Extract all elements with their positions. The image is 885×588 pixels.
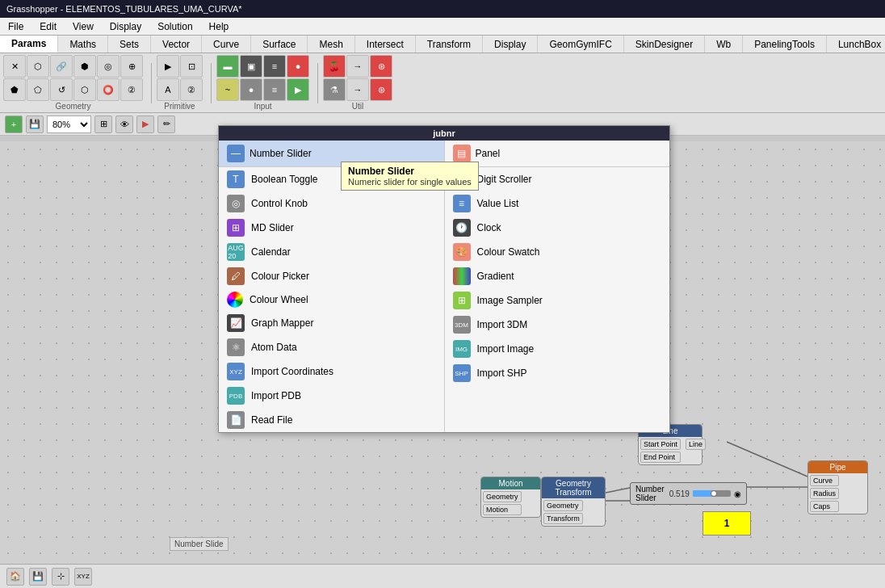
- toolbar-prim-2[interactable]: ⊡: [180, 55, 203, 78]
- port-end-point[interactable]: End Point: [640, 452, 681, 463]
- menu-edit[interactable]: Edit: [31, 19, 65, 34]
- btn-save[interactable]: 💾: [26, 116, 44, 133]
- toolbar-input-4[interactable]: ●: [287, 55, 309, 78]
- slider-track[interactable]: [693, 490, 731, 497]
- tab-intersect[interactable]: Intersect: [355, 36, 416, 52]
- dropdown-top-number-slider[interactable]: — Number Slider: [219, 141, 445, 166]
- toolbar-prim-3[interactable]: A: [157, 78, 179, 101]
- toolbar-util-2[interactable]: →: [346, 55, 369, 78]
- tab-curve[interactable]: Curve: [202, 36, 251, 52]
- btn-pencil[interactable]: ✏: [157, 116, 175, 133]
- toolbar-input-8[interactable]: ▶: [287, 78, 309, 101]
- btn-run[interactable]: ▶: [136, 116, 154, 133]
- yellow-value-node[interactable]: 1: [703, 511, 751, 536]
- dropdown-item-gradient[interactable]: Gradient: [445, 264, 670, 288]
- toolbar-prim-4[interactable]: ②: [180, 78, 203, 101]
- zoom-select[interactable]: 80% 50% 100% 150%: [47, 116, 91, 133]
- toolbar-input-6[interactable]: ●: [240, 78, 262, 101]
- tab-panelingtools[interactable]: PanelingTools: [743, 36, 827, 52]
- slider-dot[interactable]: [711, 490, 717, 497]
- toolbar-icon-9[interactable]: ↺: [50, 78, 73, 101]
- toolbar-util-1[interactable]: 🍒: [323, 55, 346, 78]
- menu-file[interactable]: File: [0, 19, 31, 34]
- toolbar-icon-7[interactable]: ⬟: [3, 78, 26, 101]
- toolbar-icon-11[interactable]: ⭕: [97, 78, 120, 101]
- toolbar-icon-3[interactable]: 🔗: [50, 55, 73, 78]
- btn-frame[interactable]: ⊞: [94, 116, 112, 133]
- dropdown-item-colour-wheel[interactable]: Colour Wheel: [219, 288, 444, 311]
- tab-surface[interactable]: Surface: [251, 36, 308, 52]
- port-geometry-in[interactable]: Geometry: [483, 491, 522, 502]
- toolbar-util-4[interactable]: ⚗: [323, 78, 346, 101]
- menu-view[interactable]: View: [65, 19, 102, 34]
- dropdown-item-import-coordinates[interactable]: XYZ Import Coordinates: [219, 359, 444, 384]
- dropdown-item-colour-picker[interactable]: 🖊 Colour Picker: [219, 264, 444, 288]
- dropdown-item-graph-mapper[interactable]: 📈 Graph Mapper: [219, 311, 444, 335]
- tab-maths[interactable]: Maths: [58, 36, 108, 52]
- port-start-point[interactable]: Start Point: [640, 439, 681, 450]
- btn-new[interactable]: +: [5, 116, 23, 133]
- port-transform-out[interactable]: Transform: [543, 513, 583, 524]
- pipe-node[interactable]: Pipe Curve Radius Caps: [807, 460, 868, 514]
- dropdown-item-digit-scroller[interactable]: 123 Digit Scroller: [445, 167, 670, 191]
- toolbar-input-5[interactable]: ~: [216, 78, 239, 101]
- tab-display[interactable]: Display: [483, 36, 538, 52]
- tab-lunchbox[interactable]: LunchBox: [827, 36, 885, 52]
- toolbar-util-6[interactable]: ⊛: [370, 78, 392, 101]
- menu-solution[interactable]: Solution: [149, 19, 200, 34]
- dropdown-item-import-image[interactable]: IMG Import Image: [445, 337, 670, 361]
- dropdown-item-import-pdb[interactable]: PDB Import PDB: [219, 384, 444, 408]
- status-home[interactable]: 🏠: [6, 568, 24, 586]
- dropdown-item-clock[interactable]: 🕐 Clock: [445, 216, 670, 240]
- toolbar-icon-2[interactable]: ⬡: [27, 55, 49, 78]
- tab-geomgymifc[interactable]: GeomGymIFC: [538, 36, 623, 52]
- port-line-out[interactable]: Line: [686, 439, 706, 450]
- tab-params[interactable]: Params: [0, 36, 58, 52]
- geometry-transform-node[interactable]: Geometry Transform Geometry Transform: [541, 477, 606, 527]
- toolbar-util-5[interactable]: →: [346, 78, 369, 101]
- menu-display[interactable]: Display: [102, 19, 149, 34]
- toolbar-input-3[interactable]: ≡: [263, 55, 286, 78]
- tab-wb[interactable]: Wb: [705, 36, 743, 52]
- tab-mesh[interactable]: Mesh: [308, 36, 354, 52]
- toolbar-util-3[interactable]: ⊛: [370, 55, 392, 78]
- dropdown-item-colour-swatch[interactable]: 🎨 Colour Swatch: [445, 240, 670, 264]
- dropdown-item-value-list[interactable]: ≡ Value List: [445, 191, 670, 216]
- dropdown-item-md-slider[interactable]: ⊞ MD Slider: [219, 216, 444, 240]
- tab-transform[interactable]: Transform: [416, 36, 483, 52]
- toolbar-icon-6[interactable]: ⊕: [120, 55, 143, 78]
- dropdown-item-image-sampler[interactable]: ⊞ Image Sampler: [445, 288, 670, 313]
- toolbar-icon-5[interactable]: ◎: [97, 55, 120, 78]
- toolbar-input-7[interactable]: ≡: [263, 78, 286, 101]
- toolbar-prim-1[interactable]: ▶: [157, 55, 179, 78]
- dropdown-item-read-file[interactable]: 📄 Read File: [219, 408, 444, 432]
- toolbar-icon-1[interactable]: ✕: [3, 55, 26, 78]
- status-xyz[interactable]: XYZ: [74, 568, 92, 586]
- dropdown-item-atom-data[interactable]: ⚛ Atom Data: [219, 335, 444, 359]
- tab-skindesigner[interactable]: SkinDesigner: [624, 36, 705, 52]
- port-radius-in[interactable]: Radius: [810, 488, 839, 499]
- dropdown-item-control-knob[interactable]: ◎ Control Knob: [219, 191, 444, 216]
- port-caps-in[interactable]: Caps: [810, 501, 839, 512]
- dropdown-top-panel[interactable]: ▤ Panel: [445, 141, 670, 166]
- status-save[interactable]: 💾: [29, 568, 47, 586]
- port-motion-in[interactable]: Motion: [483, 504, 522, 515]
- toolbar-icon-8[interactable]: ⬠: [27, 78, 49, 101]
- port-curve-in[interactable]: Curve: [810, 475, 839, 486]
- toolbar-icon-12[interactable]: ②: [120, 78, 143, 101]
- btn-eye[interactable]: 👁: [115, 116, 133, 133]
- toolbar-input-2[interactable]: ▣: [240, 55, 262, 78]
- tab-vector[interactable]: Vector: [151, 36, 202, 52]
- port-geom-out[interactable]: Geometry: [543, 500, 583, 511]
- dropdown-item-boolean-toggle[interactable]: T Boolean Toggle: [219, 167, 444, 191]
- toolbar-icon-10[interactable]: ⬡: [73, 78, 96, 101]
- geometry-motion-node[interactable]: Motion Geometry Motion: [480, 477, 541, 518]
- dropdown-item-import-3dm[interactable]: 3DM Import 3DM: [445, 313, 670, 337]
- status-cursor[interactable]: ⊹: [52, 568, 69, 586]
- toolbar-icon-4[interactable]: ⬢: [73, 55, 96, 78]
- dropdown-item-calendar[interactable]: AUG20 Calendar: [219, 240, 444, 264]
- number-slider-canvas-node[interactable]: Number Slider 0.519 ◉: [630, 482, 747, 505]
- tab-sets[interactable]: Sets: [108, 36, 151, 52]
- menu-help[interactable]: Help: [201, 19, 237, 34]
- toolbar-input-1[interactable]: ▬: [216, 55, 239, 78]
